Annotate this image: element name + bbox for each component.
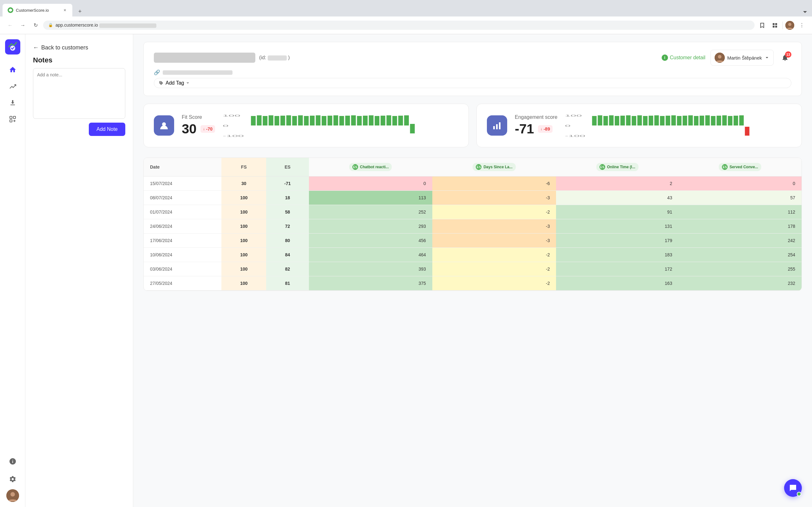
table-body: 15/07/202430-710-62008/07/202410018113-3…: [144, 176, 802, 291]
table-row: 24/06/202410072293-3131178: [144, 219, 802, 233]
table-cell: 43: [556, 191, 678, 205]
notes-title: Notes: [33, 56, 125, 64]
user-dropdown-avatar: [715, 53, 725, 63]
toolbar-divider: [782, 21, 783, 29]
table-cell: 112: [678, 205, 802, 219]
address-bar[interactable]: 🔒 app.customerscore.io: [43, 20, 755, 30]
forward-nav-button[interactable]: →: [18, 20, 28, 31]
sidebar-item-info[interactable]: [5, 454, 20, 469]
table-cell: 100: [221, 205, 266, 219]
link-icon: 🔗: [154, 69, 160, 75]
col-header-days-since: ES Days Since La...: [432, 158, 556, 176]
chat-button[interactable]: [784, 479, 802, 497]
col-header-es: ES: [266, 158, 309, 176]
browser-user-avatar[interactable]: [785, 21, 794, 30]
table-cell: 57: [678, 191, 802, 205]
table-cell: 100: [221, 276, 266, 291]
customer-id-value: [268, 55, 287, 60]
table-cell: 131: [556, 219, 678, 233]
svg-rect-11: [10, 120, 12, 122]
data-table-wrapper: Date FS ES ES Chatbot reacti...: [143, 158, 802, 291]
svg-rect-79: [734, 116, 738, 125]
add-note-button[interactable]: Add Note: [89, 123, 125, 136]
online-time-badge: ES Online Time (I...: [596, 163, 639, 171]
table-cell: 242: [678, 233, 802, 248]
extensions-button[interactable]: [770, 20, 780, 31]
notification-badge: 13: [785, 51, 792, 58]
table-row: 17/06/202410080456-3179242: [144, 233, 802, 248]
fit-score-label: Fit Score: [182, 114, 215, 120]
svg-rect-56: [604, 116, 608, 125]
chatbot-badge: ES Chatbot reacti...: [349, 163, 392, 171]
table-cell: 456: [309, 233, 432, 248]
sidebar-item-integrations[interactable]: [5, 112, 20, 127]
notes-textarea[interactable]: [33, 68, 125, 119]
svg-rect-3: [773, 26, 774, 27]
notification-button[interactable]: 13: [779, 51, 792, 64]
table-cell: 24/06/2024: [144, 219, 221, 233]
svg-rect-4: [775, 26, 777, 27]
sidebar-item-download[interactable]: [5, 95, 20, 110]
customer-name-area: (id: ): [154, 53, 290, 63]
table-cell: -2: [432, 248, 556, 262]
sidebar-item-home[interactable]: [5, 62, 20, 77]
table-cell: -3: [432, 191, 556, 205]
svg-rect-55: [598, 115, 602, 125]
add-tag-button[interactable]: Add Tag: [154, 78, 792, 88]
fit-score-arrow-icon: ↓: [203, 127, 205, 131]
engagement-score-arrow-icon: ↓: [541, 127, 542, 131]
svg-rect-40: [369, 115, 374, 125]
col-header-online-time: ES Online Time (I...: [556, 158, 678, 176]
new-tab-button[interactable]: +: [75, 6, 85, 16]
table-cell: 2: [556, 176, 678, 191]
table-cell: 178: [678, 219, 802, 233]
table-cell: 30: [221, 176, 266, 191]
chevron-down-icon: [764, 55, 769, 60]
svg-rect-10: [13, 116, 15, 118]
svg-rect-30: [310, 116, 315, 125]
svg-rect-59: [620, 116, 625, 125]
engagement-score-card: Engagement score -71 ↓ -89 100 0: [476, 104, 802, 147]
svg-point-6: [788, 23, 792, 26]
svg-text:100: 100: [223, 114, 241, 117]
svg-rect-47: [410, 124, 415, 133]
svg-rect-28: [298, 115, 303, 125]
sidebar-user-avatar[interactable]: [6, 489, 19, 502]
svg-rect-78: [728, 116, 732, 125]
customer-detail-link[interactable]: i Customer detail: [662, 55, 705, 61]
active-tab[interactable]: CustomerScore.io ✕: [3, 4, 72, 16]
engagement-score-icon: [487, 115, 507, 135]
table-cell: 113: [309, 191, 432, 205]
table-cell: 393: [309, 262, 432, 276]
svg-rect-31: [316, 115, 320, 125]
table-cell: 163: [556, 276, 678, 291]
browser-menu-button[interactable]: ⋮: [797, 20, 807, 31]
table-cell: 15/07/2024: [144, 176, 221, 191]
table-cell: 91: [556, 205, 678, 219]
sidebar-item-settings[interactable]: [5, 471, 20, 487]
bookmark-button[interactable]: [757, 20, 767, 31]
customer-name-blurred: [154, 53, 255, 63]
tab-close-button[interactable]: ✕: [62, 8, 67, 13]
user-dropdown[interactable]: Martin Štěpánek: [711, 50, 774, 66]
back-nav-button[interactable]: ←: [5, 20, 15, 31]
left-panel: ← Back to customers Notes Add Note: [26, 34, 133, 507]
engagement-score-value: -71: [515, 121, 534, 136]
sidebar-item-analytics[interactable]: [5, 78, 20, 94]
svg-rect-65: [654, 115, 659, 125]
reload-button[interactable]: ↻: [31, 20, 41, 31]
app-logo[interactable]: [5, 39, 20, 55]
browser-dropdown-button[interactable]: [801, 8, 809, 16]
tab-title: CustomerScore.io: [16, 8, 60, 13]
svg-rect-33: [328, 116, 333, 125]
chat-icon: [789, 484, 798, 493]
tab-favicon: [8, 7, 13, 13]
svg-rect-41: [374, 116, 379, 125]
engagement-score-info: Engagement score -71 ↓ -89: [515, 114, 557, 136]
back-arrow-icon: ←: [33, 44, 39, 51]
table-cell: 58: [266, 205, 309, 219]
svg-rect-49: [496, 124, 498, 129]
fit-score-icon: [154, 115, 174, 135]
table-cell: -2: [432, 205, 556, 219]
back-to-customers-link[interactable]: ← Back to customers: [33, 44, 125, 51]
